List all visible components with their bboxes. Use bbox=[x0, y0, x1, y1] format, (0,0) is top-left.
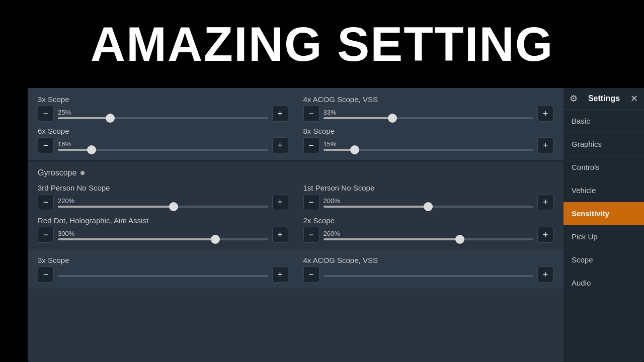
gyro-1st-plus-button[interactable]: + bbox=[537, 194, 553, 210]
scope-top-section: 3x Scope − 25% + bbox=[28, 88, 564, 161]
settings-label: Settings bbox=[588, 94, 620, 103]
scope-8x-row: − 15% + bbox=[303, 137, 554, 153]
gyro-2x-fill bbox=[324, 238, 460, 240]
sidebar-item-vehicle[interactable]: Vehicle bbox=[564, 179, 644, 202]
content-area: 3x Scope − 25% + bbox=[28, 88, 564, 362]
gyro-3rd-minus-button[interactable]: − bbox=[38, 194, 54, 210]
sidebar-nav: Basic Graphics Controls Vehicle Sensitiv… bbox=[564, 110, 644, 362]
title-banner: AMAZING SETTING bbox=[0, 0, 644, 88]
gyroscope-section: Gyroscope 3rd Person No Scope − 220% bbox=[28, 161, 564, 250]
gyro-3rd-percent: 220% bbox=[58, 197, 268, 205]
gyro-1st-label: 1st Person No Scope bbox=[303, 184, 554, 192]
gyro-1st-thumb[interactable] bbox=[424, 202, 433, 211]
gyro-2x-plus-button[interactable]: + bbox=[537, 227, 553, 243]
gyro-grid: 3rd Person No Scope − 220% + bbox=[38, 184, 553, 243]
gyro-2x-minus-button[interactable]: − bbox=[303, 227, 319, 243]
gyro-2x-track[interactable] bbox=[324, 238, 534, 240]
scope-4x-track[interactable] bbox=[324, 117, 534, 119]
bottom-3x-track[interactable] bbox=[58, 275, 268, 277]
scope-6x-plus-button[interactable]: + bbox=[272, 137, 288, 153]
sidebar-item-basic[interactable]: Basic bbox=[564, 110, 644, 133]
gyro-3rd-track[interactable] bbox=[58, 206, 268, 208]
scope-item-4x: 4x ACOG Scope, VSS − 33% + bbox=[303, 95, 554, 122]
bottom-4x-plus-button[interactable]: + bbox=[537, 266, 553, 283]
scope-3x-label: 3x Scope bbox=[38, 95, 288, 104]
bottom-3x-plus-button[interactable]: + bbox=[272, 266, 288, 283]
bottom-4x-row: − + bbox=[303, 266, 554, 283]
gear-icon: ⚙ bbox=[570, 93, 578, 104]
scope-6x-fill bbox=[58, 149, 92, 151]
main-title-text: AMAZING SETTING bbox=[91, 17, 554, 72]
scope-item-8x: 8x Scope − 15% + bbox=[303, 127, 554, 153]
scope-4x-row: − 33% + bbox=[303, 106, 554, 122]
scope-8x-thumb[interactable] bbox=[350, 145, 359, 154]
bottom-4x-minus-button[interactable]: − bbox=[303, 266, 319, 283]
gyro-1st-slider-wrapper: 200% bbox=[324, 197, 534, 208]
scope-3x-track[interactable] bbox=[58, 117, 268, 119]
gyro-1st-person: 1st Person No Scope − 200% + bbox=[303, 184, 554, 210]
scope-6x-minus-button[interactable]: − bbox=[38, 137, 54, 153]
gyro-1st-minus-button[interactable]: − bbox=[303, 194, 319, 210]
scope-3x-plus-button[interactable]: + bbox=[272, 106, 288, 122]
scope-3x-minus-button[interactable]: − bbox=[38, 106, 54, 122]
sidebar: ⚙ Settings ✕ Basic Graphics Controls Veh… bbox=[564, 88, 644, 362]
gyro-red-dot-slider-wrapper: 300% bbox=[58, 230, 268, 240]
scope-4x-percent: 33% bbox=[324, 109, 534, 116]
sidebar-item-sensitivity[interactable]: Sensitivity bbox=[564, 202, 644, 225]
scope-8x-track[interactable] bbox=[324, 149, 534, 151]
gyro-2x-slider-wrapper: 260% bbox=[324, 230, 534, 240]
gyro-3rd-thumb[interactable] bbox=[169, 202, 178, 211]
scope-8x-minus-button[interactable]: − bbox=[303, 137, 319, 153]
bottom-4x-scope: 4x ACOG Scope, VSS − + bbox=[303, 256, 554, 283]
gyro-2x-label: 2x Scope bbox=[303, 216, 554, 225]
gyro-1st-fill bbox=[324, 206, 429, 208]
bottom-scope-section: 3x Scope − + 4x ACOG Scope, VSS bbox=[28, 250, 564, 289]
gyro-red-dot-thumb[interactable] bbox=[211, 235, 220, 244]
gyro-red-dot-minus-button[interactable]: − bbox=[38, 227, 54, 243]
gyro-3rd-person: 3rd Person No Scope − 220% + bbox=[38, 184, 288, 210]
gyro-red-dot: Red Dot, Holographic, Aim Assist − 300% … bbox=[38, 216, 288, 243]
scope-3x-thumb[interactable] bbox=[106, 114, 115, 123]
gyro-2x-percent: 260% bbox=[324, 230, 534, 237]
scope-4x-plus-button[interactable]: + bbox=[537, 106, 553, 122]
scope-4x-minus-button[interactable]: − bbox=[303, 106, 319, 122]
gyro-red-dot-percent: 300% bbox=[58, 230, 268, 237]
scope-4x-thumb[interactable] bbox=[388, 114, 397, 123]
sidebar-header: ⚙ Settings ✕ bbox=[564, 88, 644, 110]
scope-6x-label: 6x Scope bbox=[38, 127, 288, 135]
scope-3x-percent: 25% bbox=[58, 109, 268, 116]
gyro-3rd-label: 3rd Person No Scope bbox=[38, 184, 288, 192]
gyro-2x-row: − 260% + bbox=[303, 227, 554, 243]
sidebar-item-graphics[interactable]: Graphics bbox=[564, 133, 644, 156]
gyro-red-dot-row: − 300% + bbox=[38, 227, 288, 243]
scope-item-3x: 3x Scope − 25% + bbox=[38, 95, 288, 122]
gyro-2x-scope: 2x Scope − 260% + bbox=[303, 216, 554, 243]
settings-container: 3x Scope − 25% + bbox=[28, 88, 644, 362]
gyro-3rd-row: − 220% + bbox=[38, 194, 288, 210]
scope-4x-fill bbox=[324, 117, 393, 119]
gyro-2x-thumb[interactable] bbox=[455, 235, 464, 244]
gyro-3rd-slider-wrapper: 220% bbox=[58, 197, 268, 208]
scope-3x-row: − 25% + bbox=[38, 106, 288, 122]
scope-8x-plus-button[interactable]: + bbox=[537, 137, 553, 153]
gyro-3rd-plus-button[interactable]: + bbox=[272, 194, 288, 210]
scope-4x-slider-wrapper: 33% bbox=[324, 109, 534, 119]
scope-6x-track[interactable] bbox=[58, 149, 268, 151]
bottom-4x-track[interactable] bbox=[324, 275, 534, 277]
close-icon[interactable]: ✕ bbox=[630, 93, 638, 104]
gyro-red-dot-plus-button[interactable]: + bbox=[272, 227, 288, 243]
gyro-3rd-fill bbox=[58, 206, 174, 208]
gyroscope-dot bbox=[80, 171, 85, 175]
scope-4x-label: 4x ACOG Scope, VSS bbox=[303, 95, 554, 104]
bottom-3x-minus-button[interactable]: − bbox=[38, 266, 54, 283]
sidebar-item-scope[interactable]: Scope bbox=[564, 248, 644, 272]
sidebar-item-audio[interactable]: Audio bbox=[564, 272, 644, 295]
scope-6x-thumb[interactable] bbox=[87, 145, 96, 154]
gyroscope-label-text: Gyroscope bbox=[38, 168, 76, 177]
sidebar-item-controls[interactable]: Controls bbox=[564, 156, 644, 179]
gyro-1st-track[interactable] bbox=[324, 206, 534, 208]
scope-8x-slider-wrapper: 15% bbox=[324, 140, 534, 151]
scope-3x-slider-wrapper: 25% bbox=[58, 109, 268, 119]
sidebar-item-pickup[interactable]: Pick Up bbox=[564, 225, 644, 248]
gyro-red-dot-track[interactable] bbox=[58, 238, 268, 240]
